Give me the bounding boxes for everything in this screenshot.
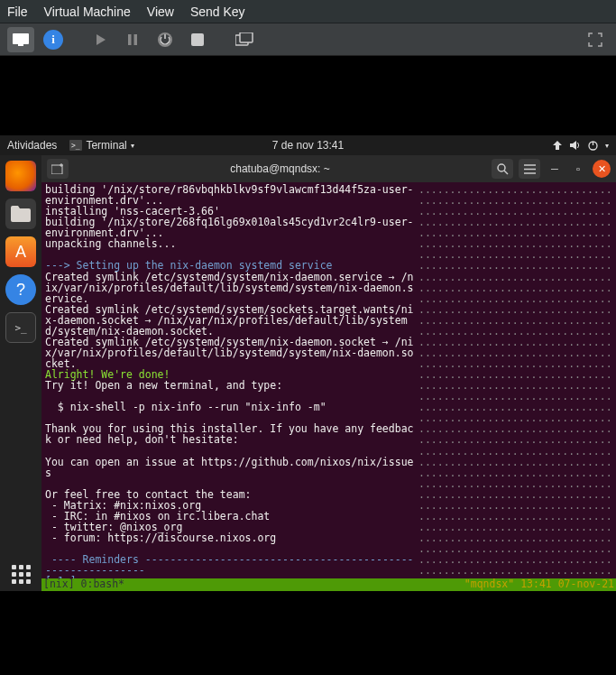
terminal-right-pane: .................................. .....… (415, 184, 612, 578)
app-menu[interactable]: >_ Terminal ▾ (69, 139, 133, 152)
svg-point-13 (498, 164, 505, 171)
gnome-top-bar: Atividades >_ Terminal ▾ 7 de nov 13:41 … (0, 135, 616, 155)
snapshot-button[interactable] (184, 27, 211, 52)
vm-menubar: File Virtual Machine View Send Key (0, 0, 616, 23)
new-tab-button[interactable] (47, 159, 69, 179)
terminal-window: chatuba@mqndsx: ~ ─ ▫ ✕ building '/nix/s… (41, 155, 616, 591)
info-button[interactable]: i (40, 27, 67, 52)
svg-text:>_: >_ (71, 142, 80, 150)
tmux-status-bar: [nix] 0:bash* "mqndsx" 13:41 07-nov-21 (41, 578, 616, 591)
dock-firefox[interactable] (5, 161, 36, 191)
clock[interactable]: 7 de nov 13:41 (272, 139, 344, 152)
menu-send-key[interactable]: Send Key (190, 5, 245, 19)
svg-rect-6 (191, 33, 204, 46)
hamburger-menu[interactable] (519, 159, 540, 179)
status-right: "mqndsx" 13:41 07-nov-21 (464, 578, 614, 591)
screens-button[interactable] (231, 27, 258, 52)
volume-icon[interactable] (570, 141, 581, 150)
terminal-titlebar: chatuba@mqndsx: ~ ─ ▫ ✕ (41, 155, 616, 182)
network-icon[interactable] (552, 141, 563, 150)
chevron-down-icon: ▾ (131, 142, 134, 150)
activities-button[interactable]: Atividades (7, 139, 57, 152)
console-button[interactable] (7, 27, 34, 52)
power-icon[interactable] (588, 141, 598, 151)
menu-view[interactable]: View (147, 5, 174, 19)
svg-rect-2 (128, 34, 132, 45)
menu-virtual-machine[interactable]: Virtual Machine (44, 5, 131, 19)
search-button[interactable] (492, 159, 513, 179)
dock-terminal[interactable] (5, 312, 36, 343)
power-button[interactable] (152, 27, 179, 52)
terminal-left-pane: building '/nix/store/r86vbqhkblkv9sf9vla… (45, 184, 415, 578)
minimize-button[interactable]: ─ (546, 160, 564, 178)
guest-screen: Atividades >_ Terminal ▾ 7 de nov 13:41 … (0, 56, 616, 675)
dock-help[interactable]: ? (5, 274, 36, 305)
app-menu-label: Terminal (86, 139, 126, 152)
dock-software[interactable]: A (5, 236, 36, 267)
dock-show-apps[interactable] (12, 565, 31, 584)
dock: A ? (0, 155, 41, 591)
menu-file[interactable]: File (7, 5, 28, 19)
maximize-button[interactable]: ▫ (569, 160, 587, 178)
pause-button[interactable] (119, 27, 146, 52)
fullscreen-button[interactable] (582, 27, 609, 52)
svg-rect-0 (13, 33, 29, 44)
terminal-icon: >_ (69, 140, 82, 151)
status-left: [nix] 0:bash* (43, 578, 124, 591)
terminal-title: chatuba@mqndsx: ~ (74, 162, 486, 175)
vm-toolbar: i (0, 23, 616, 56)
chevron-down-icon: ▾ (605, 142, 609, 150)
svg-rect-8 (240, 32, 253, 42)
svg-rect-3 (134, 34, 138, 45)
svg-rect-1 (18, 44, 23, 46)
close-button[interactable]: ✕ (593, 160, 611, 178)
play-button[interactable] (87, 27, 114, 52)
dock-files[interactable] (5, 199, 36, 229)
svg-rect-12 (51, 165, 62, 174)
gnome-desktop: Atividades >_ Terminal ▾ 7 de nov 13:41 … (0, 135, 616, 591)
terminal-body[interactable]: building '/nix/store/r86vbqhkblkv9sf9vla… (41, 182, 616, 591)
